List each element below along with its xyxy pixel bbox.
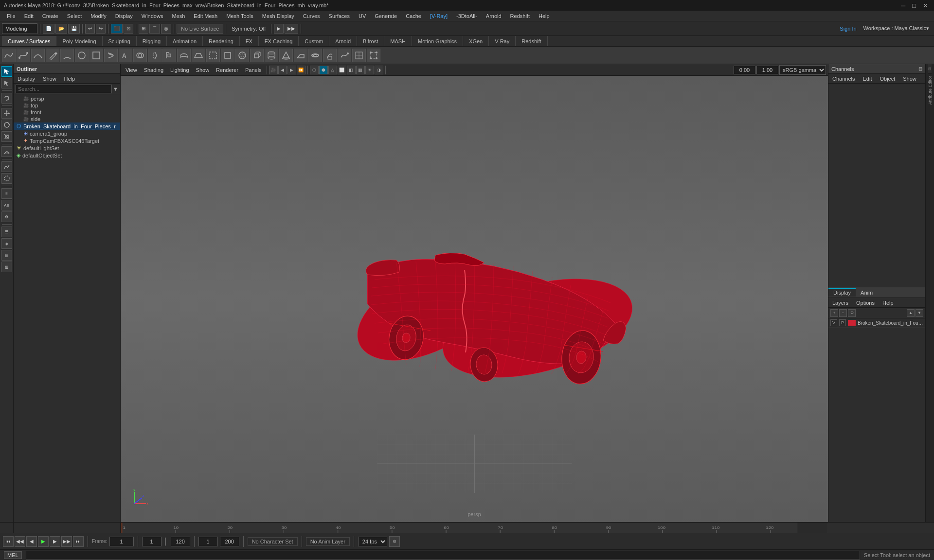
render-setup-btn[interactable]: ▤ xyxy=(1,250,12,261)
menu-display[interactable]: Display xyxy=(111,12,137,20)
outliner-item-light-set[interactable]: ☀ defaultLightSet xyxy=(14,144,120,152)
gamma-selector[interactable]: sRGB gamma xyxy=(779,65,826,75)
shelf-tab-mash[interactable]: MASH xyxy=(384,36,412,46)
ep-tool-btn[interactable] xyxy=(1,173,12,184)
menu-file[interactable]: File xyxy=(3,12,19,20)
save-file-btn[interactable]: 💾 xyxy=(68,24,80,34)
move-tool-btn[interactable] xyxy=(1,108,12,119)
menu-windows[interactable]: Windows xyxy=(138,12,167,20)
prev-key-btn[interactable]: ◀◀ xyxy=(15,536,25,547)
shelf-tab-arnold[interactable]: Arnold xyxy=(329,36,357,46)
vp-icon-shadows[interactable]: ◑ xyxy=(375,66,383,74)
vp-icon-texture[interactable]: ▦ xyxy=(356,66,365,74)
vp-icon-bounding-box[interactable]: ⬜ xyxy=(338,66,346,74)
shelf-icon-ep-curve[interactable] xyxy=(17,49,30,62)
gamma-input-right[interactable]: 1.00 xyxy=(756,66,778,74)
vp-icon-prev-frame[interactable]: ◀ xyxy=(278,66,287,74)
vp-icon-x-ray[interactable]: ◧ xyxy=(347,66,356,74)
shelf-icon-nurbs-sphere[interactable] xyxy=(235,49,249,62)
vp-icon-camera[interactable]: 🎥 xyxy=(269,66,278,74)
menu-modify[interactable]: Modify xyxy=(87,12,110,20)
shelf-icon-text[interactable]: A xyxy=(119,49,132,62)
shelf-icon-intersect[interactable] xyxy=(133,49,147,62)
mel-label[interactable]: MEL xyxy=(4,551,22,559)
new-file-btn[interactable]: 📄 xyxy=(43,24,54,34)
menu-mesh-tools[interactable]: Mesh Tools xyxy=(222,12,257,20)
shelf-icon-nurbs-cone[interactable] xyxy=(279,49,293,62)
shelf-tab-animation[interactable]: Animation xyxy=(167,36,203,46)
outliner-item-camera-group[interactable]: ⊞ camera1_group xyxy=(14,130,120,137)
vp-menu-show[interactable]: Show xyxy=(193,67,213,73)
snap-curve-btn[interactable]: ⌒ xyxy=(149,24,160,34)
attribute-editor-label[interactable]: Attribute Editor xyxy=(928,74,933,107)
shelf-tab-custom[interactable]: Custom xyxy=(299,36,329,46)
layer-move-up-btn[interactable]: ▲ xyxy=(907,309,915,317)
range-start-input[interactable]: 1 xyxy=(142,537,162,546)
vp-icon-wireframe[interactable]: ⬡ xyxy=(310,66,319,74)
menu-generate[interactable]: Generate xyxy=(371,12,401,20)
shelf-tab-motion-graphics[interactable]: Motion Graphics xyxy=(412,36,463,46)
shelf-icon-loft[interactable] xyxy=(177,49,191,62)
channels-menu-channels[interactable]: Channels xyxy=(828,75,859,83)
search-options-btn[interactable]: ▼ xyxy=(113,86,118,92)
menu-3dtoall[interactable]: -3DtoAll- xyxy=(452,12,481,20)
vp-icon-lights[interactable]: ☀ xyxy=(365,66,374,74)
shelf-icon-bilinear[interactable] xyxy=(192,49,205,62)
shelf-tab-curves-surfaces[interactable]: Curves / Surfaces xyxy=(2,36,56,46)
layer-menu-options[interactable]: Options xyxy=(852,299,879,307)
workspace-dropdown[interactable]: Modeling xyxy=(2,23,37,34)
layer-color-swatch[interactable] xyxy=(848,320,856,326)
layer-editor-btn[interactable]: ▧ xyxy=(1,262,12,272)
tab-display[interactable]: Display xyxy=(828,288,856,297)
outliner-item-side[interactable]: 🎥 side xyxy=(14,116,120,122)
right-panel-expand-btn[interactable]: ⊟ xyxy=(918,66,922,71)
select-tool-btn[interactable] xyxy=(1,66,12,77)
menu-edit-mesh[interactable]: Edit Mesh xyxy=(190,12,221,20)
menu-cache[interactable]: Cache xyxy=(402,12,425,20)
menu-help[interactable]: Help xyxy=(535,12,554,20)
shelf-icon-revolve[interactable] xyxy=(148,49,162,62)
menu-select[interactable]: Select xyxy=(63,12,86,20)
menu-redshift[interactable]: Redshift xyxy=(506,12,534,20)
channel-box-btn[interactable]: ≡ xyxy=(1,188,12,199)
shelf-icon-cv-curve[interactable] xyxy=(2,49,16,62)
menu-vray[interactable]: [V-Ray] xyxy=(426,12,451,20)
menu-uv[interactable]: UV xyxy=(355,12,370,20)
vp-menu-lighting[interactable]: Lighting xyxy=(167,67,192,73)
next-frame-btn[interactable]: ▶ xyxy=(50,536,60,547)
shelf-icon-nurbs-cylinder[interactable] xyxy=(265,49,278,62)
vp-menu-renderer[interactable]: Renderer xyxy=(213,67,241,73)
menu-mesh[interactable]: Mesh xyxy=(168,12,189,20)
soft-mod-btn[interactable] xyxy=(1,146,12,157)
shelf-icon-bezier-curve[interactable] xyxy=(31,49,45,62)
shelf-tab-rendering[interactable]: Rendering xyxy=(203,36,240,46)
play-forward-btn[interactable]: ▶ xyxy=(38,536,49,547)
delete-layer-btn[interactable]: − xyxy=(839,309,847,317)
fps-settings-btn[interactable]: ⚙ xyxy=(389,536,400,547)
close-btn[interactable]: ✕ xyxy=(921,2,930,9)
menu-arnold[interactable]: Arnold xyxy=(482,12,505,20)
timeline-ruler[interactable]: 1 10 20 30 40 50 60 70 80 90 100 110 120 xyxy=(122,523,827,533)
layer-options-btn[interactable]: ⚙ xyxy=(848,309,856,317)
vp-icon-flat-shade[interactable]: △ xyxy=(328,66,337,74)
snap-grid-btn[interactable]: ⊞ xyxy=(139,24,148,34)
search-input[interactable] xyxy=(16,85,112,93)
new-layer-btn[interactable]: + xyxy=(830,309,838,317)
range-start-input-2[interactable] xyxy=(198,537,218,546)
shelf-icon-boundary[interactable] xyxy=(206,49,220,62)
rotate-tool-btn[interactable] xyxy=(1,120,12,130)
layer-menu-layers[interactable]: Layers xyxy=(828,299,852,307)
scale-tool-btn[interactable] xyxy=(1,131,12,142)
outliner-menu-help[interactable]: Help xyxy=(60,75,79,83)
shelf-icon-nurbs-plane[interactable] xyxy=(294,49,307,62)
shelf-tab-fx-caching[interactable]: FX Caching xyxy=(259,36,299,46)
current-frame-input[interactable]: 1 xyxy=(109,537,134,546)
select-mode-btn[interactable]: ⬛ xyxy=(111,24,123,34)
channels-menu-object[interactable]: Object xyxy=(876,75,899,83)
gamma-input-left[interactable]: 0.00 xyxy=(734,66,755,74)
shelf-icon-arc[interactable] xyxy=(60,49,74,62)
layer-menu-help[interactable]: Help xyxy=(879,299,898,307)
shelf-tab-rigging[interactable]: Rigging xyxy=(137,36,167,46)
ipr-btn[interactable]: ▶▶ xyxy=(285,24,298,34)
tool-settings-btn[interactable]: ⚙ xyxy=(1,211,12,222)
